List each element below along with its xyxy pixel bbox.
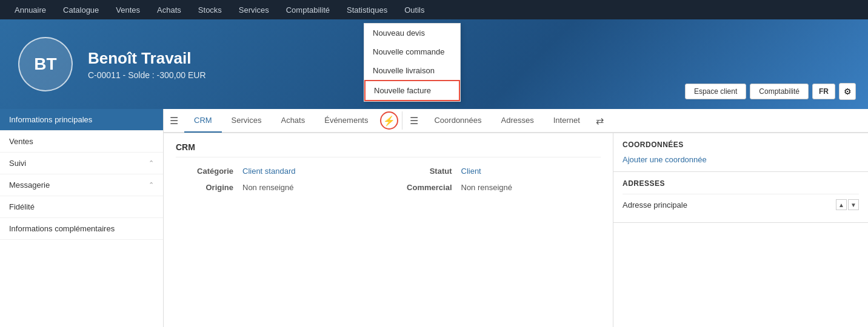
sidebar-item-fidelite[interactable]: Fidélité: [0, 196, 163, 218]
left-panel: CRM Catégorie Client standard Origine No…: [164, 133, 613, 327]
origine-value: Non renseigné: [242, 183, 294, 192]
tab-evenements[interactable]: Événements: [315, 109, 378, 133]
tab-divider: [402, 111, 402, 130]
statut-label: Statut: [395, 167, 461, 176]
espace-client-button[interactable]: Espace client: [685, 84, 746, 99]
tab-right-more-icon[interactable]: ⇄: [590, 115, 610, 127]
sidebar-item-informations-principales[interactable]: Informations principales: [0, 109, 163, 131]
sidebar: Informations principales Ventes Suivi ⌃ …: [0, 109, 164, 327]
tab-crm[interactable]: CRM: [184, 109, 222, 133]
sidebar-item-suivi[interactable]: Suivi ⌃: [0, 153, 163, 174]
adresse-principale-label: Adresse principale: [623, 200, 687, 210]
tab-achats[interactable]: Achats: [271, 109, 315, 133]
sidebar-item-messagerie[interactable]: Messagerie ⌃: [0, 174, 163, 196]
commercial-label: Commercial: [395, 183, 461, 192]
nav-achats[interactable]: Achats: [149, 0, 190, 19]
lightning-icon: ⚡: [383, 115, 395, 127]
sidebar-item-informations-complementaires[interactable]: Informations complémentaires: [0, 218, 163, 240]
categorie-value: Client standard: [242, 167, 295, 176]
header-actions: Espace client Comptabilité FR ⚙: [685, 83, 856, 100]
categorie-row: Catégorie Client standard: [176, 167, 382, 176]
adresses-title: ADRESSES: [623, 179, 859, 188]
nav-statistiques[interactable]: Statistiques: [338, 0, 396, 19]
crm-section-title: CRM: [176, 142, 601, 157]
chevron-down-icon: ⌃: [149, 181, 154, 189]
crm-fields: Catégorie Client standard Origine Non re…: [176, 167, 601, 199]
origine-row: Origine Non renseigné: [176, 183, 382, 192]
arrow-up-button[interactable]: ▲: [836, 199, 847, 210]
nav-outils[interactable]: Outils: [396, 0, 433, 19]
chevron-down-icon: ⌃: [149, 159, 154, 167]
crm-left-col: Catégorie Client standard Origine Non re…: [176, 167, 382, 199]
nav-comptabilite[interactable]: Comptabilité: [278, 0, 338, 19]
statut-value: Client: [461, 167, 481, 176]
origine-label: Origine: [176, 183, 242, 192]
add-coordonnee-link[interactable]: Ajouter une coordonnée: [623, 155, 859, 164]
nav-services[interactable]: Services: [230, 0, 278, 19]
top-navigation: Annuaire Catalogue Ventes Achats Stocks …: [0, 0, 868, 19]
language-button[interactable]: FR: [812, 84, 835, 99]
tab-menu-icon[interactable]: ☰: [164, 115, 184, 127]
crm-right-col: Statut Client Commercial Non renseigné: [395, 167, 601, 199]
settings-gear-icon[interactable]: ⚙: [839, 83, 856, 100]
coordonnees-section: COORDONNÉES Ajouter une coordonnée: [613, 133, 868, 172]
adresses-section: ADRESSES Adresse principale ▲ ▼: [613, 172, 868, 223]
content-area: ☰ CRM Services Achats Événements ⚡ Nouve…: [164, 109, 868, 327]
comptabilite-button[interactable]: Comptabilité: [750, 84, 809, 99]
nav-catalogue[interactable]: Catalogue: [55, 0, 107, 19]
commercial-row: Commercial Non renseigné: [395, 183, 601, 192]
customer-id-balance: C-00011 - Solde : -300,00 EUR: [88, 70, 206, 80]
nav-ventes[interactable]: Ventes: [107, 0, 149, 19]
content-body: CRM Catégorie Client standard Origine No…: [164, 133, 868, 327]
tab-services[interactable]: Services: [222, 109, 272, 133]
coordonnees-title: COORDONNÉES: [623, 140, 859, 149]
header-info: Benoît Travail C-00011 - Solde : -300,00…: [88, 49, 206, 80]
adresse-principale-row: Adresse principale ▲ ▼: [623, 194, 859, 215]
arrow-down-button[interactable]: ▼: [848, 199, 859, 210]
tab-coordonnees[interactable]: Coordonnées: [424, 109, 491, 133]
nav-annuaire[interactable]: Annuaire: [6, 0, 55, 19]
sidebar-item-ventes[interactable]: Ventes: [0, 131, 163, 153]
categorie-label: Catégorie: [176, 167, 242, 176]
adresse-arrows: ▲ ▼: [836, 199, 859, 210]
tab-right-menu-icon[interactable]: ☰: [404, 115, 424, 127]
right-panel: COORDONNÉES Ajouter une coordonnée ADRES…: [613, 133, 868, 327]
main-area: Informations principales Ventes Suivi ⌃ …: [0, 109, 868, 327]
tab-internet[interactable]: Internet: [544, 109, 590, 133]
statut-row: Statut Client: [395, 167, 601, 176]
customer-name: Benoît Travail: [88, 49, 206, 68]
full-tab-bar: ☰ CRM Services Achats Événements ⚡ Nouve…: [164, 109, 868, 133]
avatar: BT: [18, 37, 73, 91]
commercial-value: Non renseigné: [461, 183, 513, 192]
nav-stocks[interactable]: Stocks: [190, 0, 230, 19]
tab-adresses[interactable]: Adresses: [492, 109, 544, 133]
quick-actions-button[interactable]: ⚡: [380, 111, 398, 130]
